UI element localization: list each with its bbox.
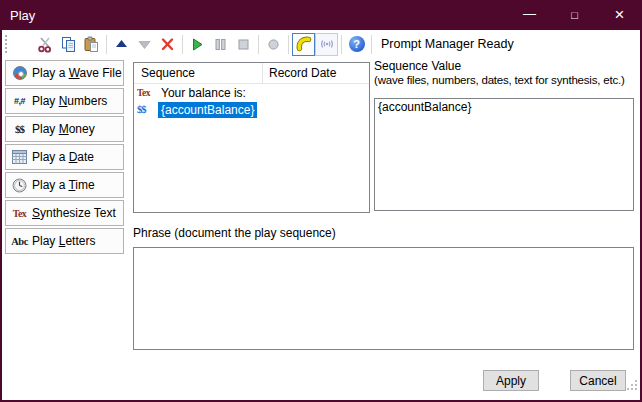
toolbar-separator <box>371 35 372 54</box>
phone-icon <box>296 36 312 52</box>
paste-icon <box>83 36 100 53</box>
play-numbers-button[interactable]: #,# Play Numbers <box>5 88 124 114</box>
list-item-label: {accountBalance} <box>158 102 257 118</box>
phrase-label: Phrase (document the play sequence) <box>133 226 336 240</box>
list-item-label: Your balance is: <box>158 85 249 101</box>
phrase-input[interactable] <box>133 247 634 350</box>
letters-icon: Abc <box>10 236 29 247</box>
cd-disc-icon <box>10 66 29 80</box>
paste-button[interactable] <box>80 33 103 56</box>
play-audio-button[interactable] <box>315 33 338 56</box>
sequence-list-header: Sequence Record Date <box>134 63 369 84</box>
cancel-button[interactable]: Cancel <box>570 370 626 391</box>
scissors-icon <box>37 36 54 53</box>
move-up-button[interactable] <box>110 33 133 56</box>
close-icon: × <box>615 5 625 25</box>
play-over-phone-button[interactable] <box>292 33 315 56</box>
button-label: Play a Date <box>32 150 94 164</box>
tex-icon: Tex <box>10 208 29 219</box>
status-text: Prompt Manager Ready <box>381 37 514 51</box>
money-icon: $$ <box>10 123 29 135</box>
column-header-record-date[interactable]: Record Date <box>263 66 336 80</box>
record-button[interactable] <box>262 33 285 56</box>
minimize-button[interactable]: — <box>507 0 552 30</box>
resize-grip[interactable] <box>628 388 637 397</box>
copy-icon <box>60 36 77 53</box>
cut-button[interactable] <box>34 33 57 56</box>
copy-button[interactable] <box>57 33 80 56</box>
window-title: Play <box>10 8 35 23</box>
pause-icon <box>212 36 229 53</box>
help-button[interactable]: ? <box>345 33 368 56</box>
delete-x-icon <box>159 36 176 53</box>
button-label: Play Numbers <box>32 94 107 108</box>
play-dialog: Play — □ × <box>0 0 642 402</box>
button-label: Play Money <box>32 122 95 136</box>
list-item[interactable]: $$ {accountBalance} <box>134 101 369 118</box>
toolbar: ? Prompt Manager Ready <box>2 30 640 58</box>
play-icon <box>189 36 206 53</box>
play-button[interactable] <box>186 33 209 56</box>
button-label: Play a Wave File <box>32 66 122 80</box>
column-header-sequence[interactable]: Sequence <box>134 66 262 80</box>
up-arrow-icon <box>113 36 130 53</box>
help-icon: ? <box>349 36 365 52</box>
record-icon <box>265 36 282 53</box>
list-item[interactable]: Tex Your balance is: <box>134 84 369 101</box>
play-time-button[interactable]: Play a Time <box>5 172 124 198</box>
sequence-list: Sequence Record Date Tex Your balance is… <box>133 62 370 213</box>
play-money-button[interactable]: $$ Play Money <box>5 116 124 142</box>
sequence-value-sublabel: (wave files, numbers, dates, text for sy… <box>374 74 625 86</box>
delete-button[interactable] <box>156 33 179 56</box>
play-date-button[interactable]: Play a Date <box>5 144 124 170</box>
money-icon: $$ <box>137 104 158 115</box>
tex-icon: Tex <box>137 88 158 98</box>
maximize-icon: □ <box>571 9 578 21</box>
synthesize-text-button[interactable]: Tex Synthesize Text <box>5 200 124 226</box>
button-label: Play a Time <box>32 178 95 192</box>
apply-button[interactable]: Apply <box>483 370 539 391</box>
play-wave-file-button[interactable]: Play a Wave File <box>5 60 124 86</box>
toolbar-separator <box>182 35 183 54</box>
move-down-button[interactable] <box>133 33 156 56</box>
pause-button[interactable] <box>209 33 232 56</box>
toolbar-separator <box>106 35 107 54</box>
minimize-icon: — <box>523 6 536 21</box>
maximize-button[interactable]: □ <box>552 0 597 30</box>
titlebar: Play — □ × <box>0 0 642 30</box>
stop-icon <box>235 36 252 53</box>
toolbar-grip[interactable] <box>5 35 8 53</box>
down-arrow-icon <box>136 36 153 53</box>
calendar-icon <box>10 150 29 164</box>
audio-wave-icon <box>319 36 335 52</box>
play-letters-button[interactable]: Abc Play Letters <box>5 228 124 254</box>
toolbar-separator <box>288 35 289 54</box>
button-label: Synthesize Text <box>32 206 116 220</box>
toolbar-separator <box>258 35 259 54</box>
close-button[interactable]: × <box>597 0 642 30</box>
numbers-icon: #,# <box>10 96 29 106</box>
dialog-content: Play a Wave File #,# Play Numbers $$ Pla… <box>2 58 640 400</box>
toolbar-separator <box>341 35 342 54</box>
stop-button[interactable] <box>232 33 255 56</box>
clock-icon <box>10 178 29 193</box>
sequence-value-input[interactable]: {accountBalance} <box>374 98 634 211</box>
window-controls: — □ × <box>507 0 642 30</box>
sequence-value-label: Sequence Value <box>374 59 461 74</box>
button-label: Play Letters <box>32 234 95 248</box>
